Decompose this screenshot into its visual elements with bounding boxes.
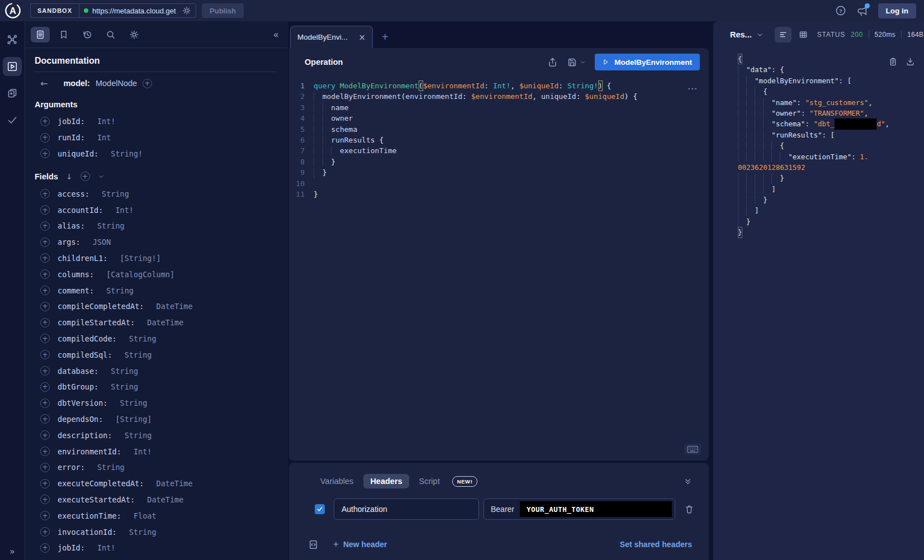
add-all-fields-icon[interactable]: + bbox=[80, 172, 90, 181]
add-type-icon[interactable]: + bbox=[143, 79, 152, 88]
field-item[interactable]: + executionTime: Float bbox=[35, 507, 277, 524]
help-icon[interactable]: ? bbox=[835, 5, 846, 16]
add-field-icon[interactable]: + bbox=[40, 221, 50, 231]
add-field-icon[interactable]: + bbox=[40, 463, 50, 472]
field-item[interactable]: + accountId: Int! bbox=[35, 202, 277, 218]
sandbox-label[interactable]: SANDBOX bbox=[30, 3, 79, 18]
tab-variables[interactable]: Variables bbox=[314, 474, 360, 488]
field-item[interactable]: + args: JSON bbox=[35, 234, 277, 250]
copy-response-icon[interactable] bbox=[888, 57, 898, 67]
field-item[interactable]: + environmentId: Int! bbox=[35, 443, 277, 459]
field-item[interactable]: + columns: [CatalogColumn] bbox=[35, 266, 277, 282]
argument-item[interactable]: + uniqueId: String! bbox=[35, 146, 277, 162]
field-item[interactable]: + childrenL1: [String!] bbox=[35, 250, 277, 267]
add-field-icon[interactable]: + bbox=[40, 543, 50, 553]
field-item[interactable]: + jobId: Int! bbox=[35, 540, 277, 556]
run-operation-button[interactable]: ModelByEnvironment bbox=[595, 54, 700, 70]
keyboard-shortcuts-icon[interactable] bbox=[684, 444, 701, 455]
apollo-logo-icon[interactable]: A bbox=[4, 2, 21, 19]
field-item[interactable]: + executeStartedAt: DateTime bbox=[35, 492, 277, 508]
save-operation-button[interactable] bbox=[567, 57, 586, 68]
add-field-icon[interactable]: + bbox=[40, 133, 50, 143]
add-field-icon[interactable]: + bbox=[40, 253, 50, 263]
header-value-input[interactable]: Bearer YOUR_AUTH_TOKEN bbox=[484, 499, 675, 520]
explorer-play-icon[interactable] bbox=[3, 57, 22, 76]
endpoint-settings-icon[interactable] bbox=[182, 6, 191, 15]
add-field-icon[interactable]: + bbox=[40, 527, 50, 537]
raw-view-icon[interactable] bbox=[775, 27, 792, 42]
search-tab-icon[interactable] bbox=[101, 27, 120, 42]
download-response-icon[interactable] bbox=[906, 57, 915, 67]
sort-fields-icon[interactable]: ↓ bbox=[66, 172, 73, 181]
table-view-icon[interactable] bbox=[795, 27, 812, 42]
announcements-megaphone-icon[interactable] bbox=[856, 5, 868, 17]
breadcrumb-type[interactable]: ModelNode bbox=[96, 79, 137, 88]
field-item[interactable]: + compiledSql: String bbox=[35, 347, 277, 363]
add-field-icon[interactable]: + bbox=[40, 366, 50, 376]
field-item[interactable]: + description: String bbox=[35, 427, 277, 443]
schema-graph-icon[interactable] bbox=[3, 30, 22, 49]
collapse-panel-icon[interactable]: « bbox=[273, 29, 279, 40]
set-shared-headers-button[interactable]: Set shared headers bbox=[620, 540, 692, 549]
add-field-icon[interactable]: + bbox=[40, 238, 50, 247]
expand-rail-icon[interactable]: » bbox=[10, 546, 15, 557]
argument-item[interactable]: + jobId: Int! bbox=[35, 113, 277, 130]
operation-collections-icon[interactable] bbox=[3, 84, 22, 103]
add-field-icon[interactable]: + bbox=[40, 350, 50, 359]
field-item[interactable]: + dbtGroup: String bbox=[35, 379, 277, 395]
header-name-input[interactable]: Authorization bbox=[334, 499, 479, 520]
publish-button[interactable]: Publish bbox=[202, 3, 244, 18]
add-field-icon[interactable]: + bbox=[40, 205, 50, 215]
add-field-icon[interactable]: + bbox=[40, 447, 50, 456]
add-field-icon[interactable]: + bbox=[40, 302, 50, 311]
argument-item[interactable]: + runId: Int bbox=[35, 130, 277, 146]
chevron-down-icon[interactable] bbox=[98, 173, 105, 180]
add-field-icon[interactable]: + bbox=[40, 495, 50, 504]
new-header-button[interactable]: + New header bbox=[333, 539, 387, 550]
tab-script[interactable]: Script bbox=[413, 474, 447, 488]
add-field-icon[interactable]: + bbox=[40, 318, 50, 328]
delete-header-icon[interactable] bbox=[684, 504, 694, 514]
add-field-icon[interactable]: + bbox=[40, 149, 50, 158]
add-field-icon[interactable]: + bbox=[40, 398, 50, 408]
field-item[interactable]: + compileStartedAt: DateTime bbox=[35, 315, 277, 331]
field-item[interactable]: + dbtVersion: String bbox=[35, 395, 277, 411]
field-item[interactable]: + executeCompletedAt: DateTime bbox=[35, 476, 277, 492]
add-field-icon[interactable]: + bbox=[40, 511, 50, 520]
field-item[interactable]: + dependsOn: [String] bbox=[35, 411, 277, 428]
documentation-tab-icon[interactable] bbox=[31, 27, 50, 42]
field-item[interactable]: + comment: String bbox=[35, 282, 277, 298]
checklist-icon[interactable] bbox=[3, 111, 22, 130]
login-button[interactable]: Log in bbox=[878, 3, 917, 18]
add-field-icon[interactable]: + bbox=[40, 479, 50, 488]
editor-more-menu-icon[interactable]: ⋯ bbox=[688, 83, 698, 94]
bookmarks-tab-icon[interactable] bbox=[54, 27, 73, 42]
graphql-editor[interactable]: 1query ModelByEnvironment($environmentId… bbox=[289, 76, 709, 461]
settings-tab-icon[interactable] bbox=[125, 27, 144, 42]
share-operation-icon[interactable] bbox=[547, 57, 558, 68]
collapse-section-icon[interactable] bbox=[684, 477, 692, 486]
close-tab-icon[interactable]: × bbox=[358, 32, 366, 42]
back-arrow-icon[interactable]: ← bbox=[40, 78, 48, 89]
field-item[interactable]: + compiledCode: String bbox=[35, 331, 277, 347]
field-item[interactable]: + alias: String bbox=[35, 218, 277, 234]
new-tab-icon[interactable]: + bbox=[382, 31, 388, 42]
field-item[interactable]: + compileCompletedAt: DateTime bbox=[35, 298, 277, 315]
endpoint-url-input[interactable]: https://metadata.cloud.get bbox=[79, 3, 196, 18]
headers-json-editor-icon[interactable] bbox=[308, 539, 319, 550]
response-json[interactable]: {"data": {"modelByEnvironment": [{"name"… bbox=[713, 48, 924, 560]
add-field-icon[interactable]: + bbox=[40, 334, 50, 343]
field-item[interactable]: + database: String bbox=[35, 363, 277, 379]
add-field-icon[interactable]: + bbox=[40, 382, 50, 392]
add-field-icon[interactable]: + bbox=[40, 414, 50, 424]
add-field-icon[interactable]: + bbox=[40, 286, 50, 295]
add-field-icon[interactable]: + bbox=[40, 269, 50, 279]
history-tab-icon[interactable] bbox=[78, 27, 97, 42]
add-field-icon[interactable]: + bbox=[40, 117, 50, 126]
operation-tab[interactable]: ModelByEnvi... × bbox=[290, 26, 373, 48]
field-item[interactable]: + error: String bbox=[35, 459, 277, 476]
field-item[interactable]: + invocationId: String bbox=[35, 524, 277, 540]
tab-headers[interactable]: Headers bbox=[363, 474, 409, 488]
response-dropdown[interactable]: Res... bbox=[730, 30, 764, 39]
add-field-icon[interactable]: + bbox=[40, 430, 50, 440]
